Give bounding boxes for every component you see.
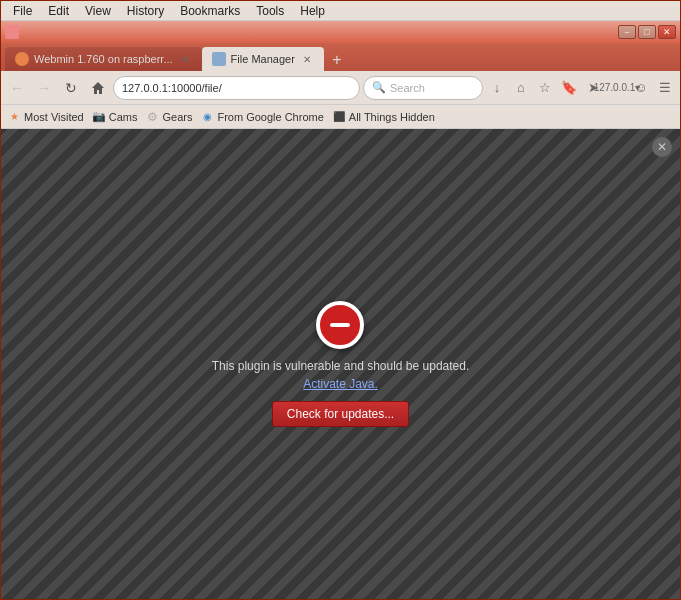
close-window-button[interactable]: ✕ bbox=[658, 25, 676, 39]
svg-marker-0 bbox=[92, 82, 104, 94]
tab-label-webmin: Webmin 1.760 on raspberr... bbox=[34, 53, 173, 65]
tab-close-webmin[interactable]: ✕ bbox=[178, 52, 192, 66]
menu-edit[interactable]: Edit bbox=[40, 3, 77, 19]
download-button[interactable]: ↓ bbox=[486, 77, 508, 99]
plugin-error-message: This plugin is vulnerable and should be … bbox=[212, 359, 470, 373]
minimize-button[interactable]: − bbox=[618, 25, 636, 39]
menu-bar: File Edit View History Bookmarks Tools H… bbox=[1, 1, 680, 21]
search-placeholder: Search bbox=[390, 82, 425, 94]
back-button[interactable]: ← bbox=[5, 76, 29, 100]
new-tab-button[interactable]: + bbox=[326, 49, 348, 71]
bookmark-google-chrome[interactable]: ◉ From Google Chrome bbox=[200, 110, 323, 124]
check-updates-button[interactable]: Check for updates... bbox=[272, 401, 409, 427]
account-button[interactable]: ☺ bbox=[630, 77, 652, 99]
menu-help[interactable]: Help bbox=[292, 3, 333, 19]
bookmark-all-things-hidden[interactable]: ⬛ All Things Hidden bbox=[332, 110, 435, 124]
bookmark-icon-hidden: ⬛ bbox=[332, 110, 346, 124]
nav-icons: ↓ ⌂ ☆ 🔖 ➤ 127.0.0.1▾ ☺ ☰ bbox=[486, 77, 676, 99]
address-text: 127.0.0.1:10000/file/ bbox=[122, 82, 222, 94]
star-button[interactable]: ☆ bbox=[534, 77, 556, 99]
plugin-error-container: This plugin is vulnerable and should be … bbox=[212, 301, 470, 427]
bookmark-icon-cams: 📷 bbox=[92, 110, 106, 124]
menu-file[interactable]: File bbox=[5, 3, 40, 19]
bookmark-button[interactable]: 🔖 bbox=[558, 77, 580, 99]
title-bar-controls: − □ ✕ bbox=[618, 25, 676, 39]
tab-label-filemanager: File Manager bbox=[231, 53, 295, 65]
bookmark-label-cams: Cams bbox=[109, 111, 138, 123]
plugin-stop-icon bbox=[316, 301, 364, 349]
bookmark-icon-gears: ⚙ bbox=[145, 110, 159, 124]
address-bar[interactable]: 127.0.0.1:10000/file/ bbox=[113, 76, 360, 100]
tabs-bar: Webmin 1.760 on raspberr... ✕ File Manag… bbox=[1, 43, 680, 71]
bookmark-label-gears: Gears bbox=[162, 111, 192, 123]
tab-icon-webmin bbox=[15, 52, 29, 66]
bookmark-label-chrome: From Google Chrome bbox=[217, 111, 323, 123]
bookmark-cams[interactable]: 📷 Cams bbox=[92, 110, 138, 124]
bookmark-most-visited[interactable]: ★ Most Visited bbox=[7, 110, 84, 124]
menu-button[interactable]: ☰ bbox=[654, 77, 676, 99]
content-close-button[interactable]: ✕ bbox=[652, 137, 672, 157]
browser-window: File Edit View History Bookmarks Tools H… bbox=[0, 0, 681, 600]
striped-background: ✕ This plugin is vulnerable and should b… bbox=[1, 129, 680, 599]
reload-button[interactable]: ↻ bbox=[59, 76, 83, 100]
menu-history[interactable]: History bbox=[119, 3, 172, 19]
forward-button[interactable]: → bbox=[32, 76, 56, 100]
title-bar: − □ ✕ bbox=[1, 21, 680, 43]
nav-bar: ← → ↻ 127.0.0.1:10000/file/ 🔍 Search ↓ ⌂… bbox=[1, 71, 680, 105]
bookmark-label-hidden: All Things Hidden bbox=[349, 111, 435, 123]
menu-bookmarks[interactable]: Bookmarks bbox=[172, 3, 248, 19]
home-button[interactable] bbox=[86, 76, 110, 100]
tab-webmin[interactable]: Webmin 1.760 on raspberr... ✕ bbox=[5, 47, 202, 71]
tab-close-filemanager[interactable]: ✕ bbox=[300, 52, 314, 66]
title-bar-left bbox=[5, 25, 618, 39]
bookmark-icon-most-visited: ★ bbox=[7, 110, 21, 124]
bookmark-label-most-visited: Most Visited bbox=[24, 111, 84, 123]
bookmarks-bar: ★ Most Visited 📷 Cams ⚙ Gears ◉ From Goo… bbox=[1, 105, 680, 129]
activate-java-link[interactable]: Activate Java. bbox=[212, 377, 470, 391]
search-icon: 🔍 bbox=[372, 81, 386, 94]
menu-view[interactable]: View bbox=[77, 3, 119, 19]
ip-button[interactable]: 127.0.0.1▾ bbox=[606, 77, 628, 99]
window-icon bbox=[5, 25, 19, 39]
tab-icon-filemanager bbox=[212, 52, 226, 66]
tab-filemanager[interactable]: File Manager ✕ bbox=[202, 47, 324, 71]
main-content: ✕ This plugin is vulnerable and should b… bbox=[1, 129, 680, 599]
maximize-button[interactable]: □ bbox=[638, 25, 656, 39]
bookmark-gears[interactable]: ⚙ Gears bbox=[145, 110, 192, 124]
bookmark-icon-chrome: ◉ bbox=[200, 110, 214, 124]
home-nav-button[interactable]: ⌂ bbox=[510, 77, 532, 99]
search-bar[interactable]: 🔍 Search bbox=[363, 76, 483, 100]
menu-tools[interactable]: Tools bbox=[248, 3, 292, 19]
